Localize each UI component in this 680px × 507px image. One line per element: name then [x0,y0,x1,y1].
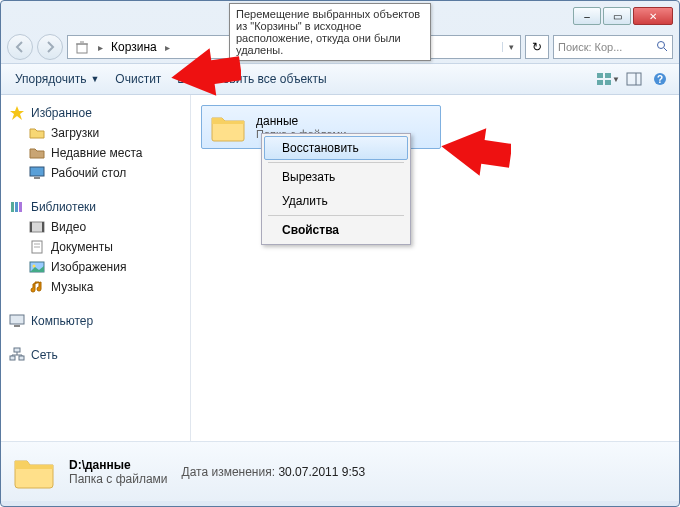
file-name: данные [256,114,346,128]
chevron-down-icon: ▼ [612,75,620,84]
svg-marker-13 [10,106,24,120]
svg-rect-20 [30,222,32,232]
svg-rect-14 [30,167,44,176]
svg-rect-8 [605,80,611,85]
view-mode-button[interactable]: ▼ [595,68,621,90]
sidebar-item-downloads[interactable]: Загрузки [5,123,186,143]
recycle-bin-icon [74,39,90,55]
svg-rect-9 [627,73,641,85]
maximize-button[interactable]: ▭ [603,7,631,25]
toolbar: Упорядочить ▼ Очистит Восстановить все о… [1,63,679,95]
svg-rect-28 [14,325,20,327]
annotation-arrow-2 [441,121,511,181]
sidebar-libraries-header[interactable]: Библиотеки [5,197,186,217]
folder-icon [13,454,55,490]
svg-rect-2 [77,44,87,53]
svg-rect-16 [11,202,14,212]
computer-icon [9,313,25,329]
svg-rect-7 [597,80,603,85]
sidebar-item-pictures[interactable]: Изображения [5,257,186,277]
context-cut[interactable]: Вырезать [264,165,408,189]
svg-rect-29 [10,356,15,360]
chevron-right-icon: ▸ [94,42,107,53]
sidebar-item-recent[interactable]: Недавние места [5,143,186,163]
organize-label: Упорядочить [15,72,86,86]
details-type: Папка с файлами [69,472,168,486]
music-icon [29,279,45,295]
minimize-button[interactable]: – [573,7,601,25]
svg-rect-21 [42,222,44,232]
sidebar: Избранное Загрузки Недавние места Рабочи… [1,95,191,441]
svg-rect-17 [15,202,18,212]
svg-line-4 [664,48,667,51]
svg-rect-6 [605,73,611,78]
details-date-label: Дата изменения: [182,465,276,479]
sidebar-favorites-label: Избранное [31,106,92,120]
documents-icon [29,239,45,255]
tooltip: Перемещение выбранных объектов из "Корзи… [229,3,431,61]
search-input[interactable]: Поиск: Кор... [553,35,673,59]
menu-separator [268,162,404,163]
context-menu: Восстановить Вырезать Удалить Свойства [261,133,411,245]
folder-icon [210,112,246,142]
organize-button[interactable]: Упорядочить ▼ [7,68,107,90]
svg-marker-1 [441,122,511,179]
breadcrumb-item[interactable]: Корзина [111,40,157,54]
video-icon [29,219,45,235]
svg-rect-30 [19,356,24,360]
context-properties[interactable]: Свойства [264,218,408,242]
sidebar-item-video[interactable]: Видео [5,217,186,237]
details-pane: D:\данные Папка с файлами Дата изменения… [1,441,679,501]
svg-rect-19 [30,222,44,232]
svg-rect-31 [14,348,20,352]
empty-recycle-button[interactable]: Очистит [107,68,169,90]
back-button[interactable] [7,34,33,60]
svg-text:?: ? [657,74,663,85]
libraries-icon [9,199,25,215]
body: Избранное Загрузки Недавние места Рабочи… [1,95,679,441]
sidebar-item-documents[interactable]: Документы [5,237,186,257]
path-dropdown[interactable]: ▾ [502,42,520,52]
network-icon [9,347,25,363]
svg-rect-27 [10,315,24,324]
folder-icon [29,125,45,141]
search-placeholder: Поиск: Кор... [558,41,622,53]
context-restore[interactable]: Восстановить [264,136,408,160]
explorer-window: Перемещение выбранных объектов из "Корзи… [0,0,680,507]
details-date-value: 30.07.2011 9:53 [278,465,365,479]
chevron-down-icon: ▼ [90,74,99,84]
svg-point-3 [658,42,665,49]
star-icon [9,105,25,121]
desktop-icon [29,165,45,181]
search-icon [656,40,668,54]
recent-icon [29,145,45,161]
menu-separator [268,215,404,216]
help-button[interactable]: ? [647,68,673,90]
annotation-arrow-1 [171,43,241,103]
svg-marker-0 [171,44,241,101]
svg-rect-18 [19,202,22,212]
preview-pane-button[interactable] [621,68,647,90]
details-path: D:\данные [69,458,131,472]
forward-button[interactable] [37,34,63,60]
sidebar-computer[interactable]: Компьютер [5,311,186,331]
close-button[interactable]: ✕ [633,7,673,25]
svg-rect-15 [34,177,40,179]
refresh-button[interactable]: ↻ [525,35,549,59]
sidebar-network[interactable]: Сеть [5,345,186,365]
context-delete[interactable]: Удалить [264,189,408,213]
content-area[interactable]: данные Папка с файлами Восстановить Выре… [191,95,679,441]
sidebar-favorites-header[interactable]: Избранное [5,103,186,123]
sidebar-item-music[interactable]: Музыка [5,277,186,297]
svg-rect-5 [597,73,603,78]
pictures-icon [29,259,45,275]
sidebar-item-desktop[interactable]: Рабочий стол [5,163,186,183]
